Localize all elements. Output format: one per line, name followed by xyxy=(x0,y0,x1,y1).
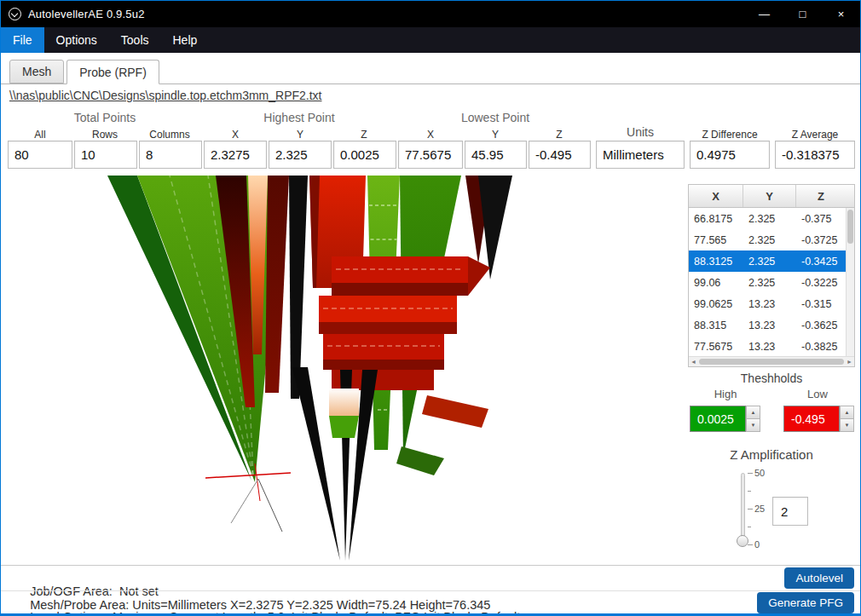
menu-file[interactable]: File xyxy=(1,27,44,53)
summary-strip: Total Points Highest Point Lowest Point … xyxy=(1,108,860,175)
spinner-down-icon[interactable]: ▼ xyxy=(840,419,854,432)
thresholds-title: Theshholds xyxy=(741,371,802,385)
side-panel: X Y Z 66.8175 2.325 -0.375 77.565 2.325 … xyxy=(688,184,855,566)
cell-x: 77.5675 xyxy=(689,336,743,357)
table-row[interactable]: 77.565 2.325 -0.3725 xyxy=(689,229,846,250)
menu-tools[interactable]: Tools xyxy=(109,27,161,53)
field-highest-y[interactable]: 2.325 xyxy=(269,141,332,169)
cell-x: 77.565 xyxy=(689,229,743,250)
scroll-right-icon[interactable]: ► xyxy=(845,359,854,365)
tick-label-25: 25 xyxy=(754,504,765,514)
table-header-x[interactable]: X xyxy=(689,185,743,207)
cell-z: -0.3225 xyxy=(796,272,844,293)
titlebar: AutolevellerAE 0.9.5u2 — □ × xyxy=(1,1,860,27)
threshold-high-spinner: ▲ ▼ xyxy=(746,406,760,432)
cell-x: 88.315 xyxy=(689,314,743,336)
field-total-rows[interactable]: 10 xyxy=(74,141,137,169)
z-amp-value-input[interactable]: 2 xyxy=(772,497,808,526)
table-header-z[interactable]: Z xyxy=(796,185,846,207)
group-label-total-points: Total Points xyxy=(74,111,136,124)
label-high-z: Z xyxy=(361,129,367,141)
field-lowest-z[interactable]: -0.495 xyxy=(529,141,591,169)
tab-mesh[interactable]: Mesh xyxy=(9,60,64,83)
z-amp-slider-thumb[interactable] xyxy=(737,535,748,547)
field-lowest-y[interactable]: 45.95 xyxy=(465,141,527,169)
table-row[interactable]: 66.8175 2.325 -0.375 xyxy=(689,208,846,229)
tick-50 xyxy=(748,473,753,474)
close-button[interactable]: × xyxy=(822,1,860,27)
generate-pfg-button[interactable]: Generate PFG xyxy=(757,592,854,613)
vertical-scrollbar-thumb[interactable] xyxy=(847,210,853,244)
cell-x: 99.06 xyxy=(689,272,743,293)
label-high-x: X xyxy=(232,129,239,141)
table-row-selected[interactable]: 88.3125 2.325 -0.3425 xyxy=(689,250,846,272)
cell-x: 99.0625 xyxy=(689,293,743,314)
probe-3d-view[interactable] xyxy=(8,176,683,563)
tick-label-0: 0 xyxy=(754,539,760,550)
maximize-button[interactable]: □ xyxy=(783,1,822,27)
scroll-left-icon[interactable]: ◄ xyxy=(689,359,698,365)
menu-help[interactable]: Help xyxy=(161,27,210,53)
field-z-average[interactable]: -0.318375 xyxy=(775,141,855,169)
field-highest-z[interactable]: 0.0025 xyxy=(333,141,396,169)
field-lowest-x[interactable]: 77.5675 xyxy=(398,141,463,169)
cell-y: 13.23 xyxy=(743,293,796,314)
level-options-status: Level Options: Maximum Segment Length=5.… xyxy=(30,610,520,616)
cell-z: -0.315 xyxy=(796,293,844,314)
threshold-high-label: High xyxy=(714,388,737,400)
menubar: File Options Tools Help xyxy=(1,27,860,53)
tick-label-50: 50 xyxy=(754,468,765,478)
label-low-z: Z xyxy=(556,129,562,141)
horizontal-scrollbar[interactable]: ◄ ► xyxy=(689,356,854,366)
horizontal-scrollbar-thumb[interactable] xyxy=(699,359,844,365)
table-row[interactable]: 88.315 13.23 -0.3625 xyxy=(689,314,846,336)
threshold-low-label: Low xyxy=(807,388,828,400)
z-amp-slider[interactable] xyxy=(741,473,745,544)
tick-minor xyxy=(748,527,751,527)
vertical-scrollbar[interactable] xyxy=(846,208,854,357)
cell-y: 2.325 xyxy=(743,208,796,229)
tick-25 xyxy=(748,509,753,509)
cell-x: 88.3125 xyxy=(689,250,743,272)
status-line-2: Level Options: Maximum Segment Length=5.… xyxy=(9,596,520,616)
field-z-difference[interactable]: 0.4975 xyxy=(690,141,770,169)
table-row[interactable]: 99.06 2.325 -0.3225 xyxy=(689,272,846,293)
window-title: AutolevellerAE 0.9.5u2 xyxy=(28,8,145,20)
cell-x: 66.8175 xyxy=(689,208,743,229)
table-row[interactable]: 77.5675 13.23 -0.3825 xyxy=(689,336,846,357)
cell-y: 2.325 xyxy=(743,272,796,293)
cell-z: -0.3625 xyxy=(796,314,844,336)
field-units[interactable]: Millimeters xyxy=(596,141,685,169)
table-header-y[interactable]: Y xyxy=(743,185,796,207)
probe-points-table: X Y Z 66.8175 2.325 -0.375 77.565 2.325 … xyxy=(688,184,855,367)
cell-z: -0.375 xyxy=(796,208,844,229)
threshold-high-input[interactable]: 0.0025 xyxy=(690,406,746,432)
field-total-all[interactable]: 80 xyxy=(8,141,72,169)
field-highest-x[interactable]: 2.3275 xyxy=(204,141,267,169)
table-body: 66.8175 2.325 -0.375 77.565 2.325 -0.372… xyxy=(689,208,846,357)
tick-0 xyxy=(748,544,753,545)
spinner-up-icon[interactable]: ▲ xyxy=(746,406,760,419)
cell-z: -0.3425 xyxy=(796,250,844,272)
tab-probe-rpf[interactable]: Probe (RPF) xyxy=(66,60,159,84)
group-label-lowest-point: Lowest Point xyxy=(461,111,529,124)
statusbar: Job/OGF Area: Not set Mesh/Probe Area: U… xyxy=(1,565,860,615)
probe-file-path-link[interactable]: \\nas\public\CNC\Designs\spindle.top.etc… xyxy=(9,89,321,102)
autolevel-button[interactable]: Autolevel xyxy=(784,567,854,589)
threshold-low-input[interactable]: -0.495 xyxy=(783,406,840,432)
table-row[interactable]: 99.0625 13.23 -0.315 xyxy=(689,293,846,314)
spinner-up-icon[interactable]: ▲ xyxy=(840,406,854,419)
window-controls: — □ × xyxy=(745,1,860,27)
spinner-down-icon[interactable]: ▼ xyxy=(746,419,760,432)
label-z-difference: Z Difference xyxy=(702,129,757,141)
z-amplification-title: Z Amplification xyxy=(730,447,813,462)
cell-y: 13.23 xyxy=(743,336,796,357)
cell-z: -0.3825 xyxy=(796,336,844,357)
label-z-average: Z Average xyxy=(792,129,838,141)
minimize-button[interactable]: — xyxy=(745,1,783,27)
cell-y: 2.325 xyxy=(743,250,796,272)
field-total-columns[interactable]: 8 xyxy=(139,141,202,169)
menu-options[interactable]: Options xyxy=(44,27,109,53)
label-units: Units xyxy=(627,125,654,139)
label-all: All xyxy=(34,129,45,141)
